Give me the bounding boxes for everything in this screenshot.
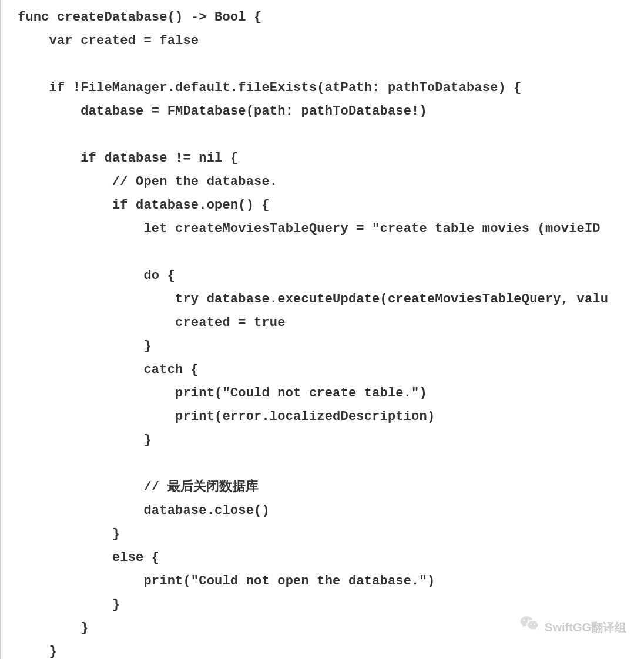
svg-point-0 xyxy=(524,620,525,621)
svg-point-2 xyxy=(531,624,532,625)
code-block: func createDatabase() -> Bool { var crea… xyxy=(0,0,644,659)
watermark: SwiftGG翻译组 xyxy=(519,613,626,641)
svg-point-3 xyxy=(534,624,535,625)
watermark-label: SwiftGG翻译组 xyxy=(545,616,626,639)
code-content: func createDatabase() -> Bool { var crea… xyxy=(1,6,644,659)
svg-point-1 xyxy=(528,620,529,621)
wechat-icon xyxy=(519,613,540,641)
